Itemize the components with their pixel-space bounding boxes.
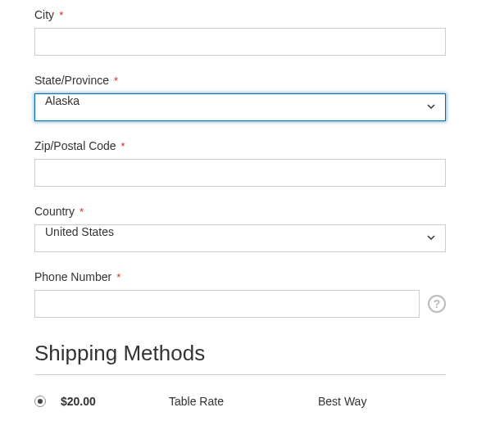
required-mark: * — [80, 206, 84, 217]
required-mark: * — [121, 141, 125, 152]
label-row-phone: Phone Number * — [34, 270, 446, 283]
state-select-wrap[interactable]: Alaska — [34, 93, 446, 121]
field-state: State/Province * Alaska — [34, 74, 446, 121]
required-mark: * — [59, 10, 63, 20]
field-zip: Zip/Postal Code * — [34, 139, 446, 187]
label-zip: Zip/Postal Code — [34, 139, 116, 152]
field-phone: Phone Number * ? — [34, 270, 446, 318]
state-selected-value: Alaska — [45, 94, 80, 107]
required-mark: * — [114, 75, 118, 86]
required-mark: * — [116, 272, 120, 283]
label-country: Country — [34, 205, 75, 218]
city-input[interactable] — [34, 28, 446, 56]
label-row-zip: Zip/Postal Code * — [34, 139, 446, 152]
country-selected-value: United States — [45, 225, 114, 238]
shipping-method-radio[interactable] — [34, 396, 46, 407]
label-city: City — [34, 8, 54, 21]
label-phone: Phone Number — [34, 270, 111, 283]
radio-dot-icon — [38, 399, 43, 404]
shipping-method-price: $20.00 — [61, 395, 169, 408]
country-select-wrap[interactable]: United States — [34, 224, 446, 252]
field-country: Country * United States — [34, 205, 446, 252]
shipping-methods-title: Shipping Methods — [34, 341, 446, 375]
shipping-method-carrier: Best Way — [318, 395, 446, 408]
phone-input[interactable] — [34, 290, 420, 318]
shipping-method-row[interactable]: $20.00 Table Rate Best Way — [34, 395, 446, 408]
label-row-city: City * — [34, 8, 446, 21]
label-state: State/Province — [34, 74, 109, 87]
zip-input[interactable] — [34, 159, 446, 187]
country-select[interactable]: United States — [34, 224, 446, 252]
shipping-method-rate: Table Rate — [169, 395, 318, 408]
help-icon[interactable]: ? — [428, 295, 446, 313]
label-row-country: Country * — [34, 205, 446, 218]
phone-row: ? — [34, 290, 446, 318]
field-city: City * — [34, 8, 446, 56]
state-select[interactable]: Alaska — [34, 93, 446, 121]
label-row-state: State/Province * — [34, 74, 446, 87]
